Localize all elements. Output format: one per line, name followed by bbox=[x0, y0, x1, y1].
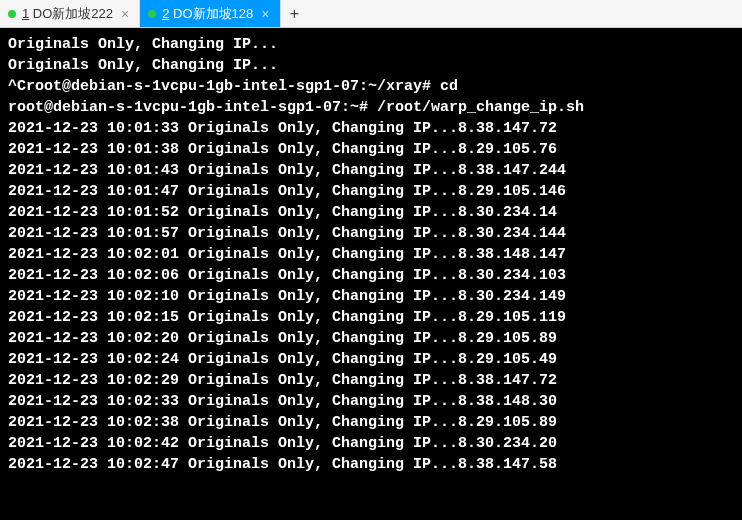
tab-label: 2 DO新加坡128 bbox=[162, 5, 253, 23]
close-icon[interactable]: × bbox=[119, 7, 131, 21]
status-dot-icon bbox=[8, 10, 16, 18]
tab-1[interactable]: 1 DO新加坡222 × bbox=[0, 0, 140, 27]
terminal-output[interactable]: Originals Only, Changing IP... Originals… bbox=[0, 28, 742, 520]
new-tab-button[interactable]: + bbox=[281, 0, 309, 27]
status-dot-icon bbox=[148, 10, 156, 18]
tab-2[interactable]: 2 DO新加坡128 × bbox=[140, 0, 280, 27]
tab-bar: 1 DO新加坡222 × 2 DO新加坡128 × + bbox=[0, 0, 742, 28]
close-icon[interactable]: × bbox=[259, 7, 271, 21]
tab-label: 1 DO新加坡222 bbox=[22, 5, 113, 23]
